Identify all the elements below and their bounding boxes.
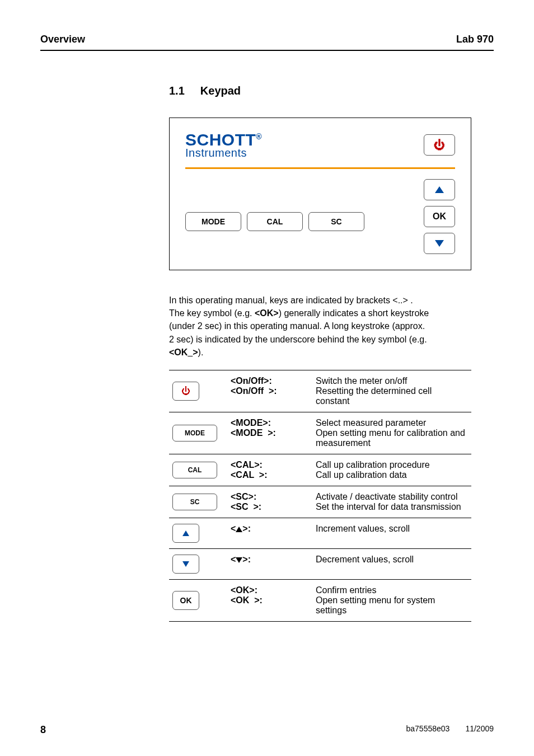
onoff-d2: Resetting the determined cell constant <box>316 386 432 406</box>
up-d: Increment values, scroll <box>316 524 410 533</box>
section-title: Keypad <box>200 84 241 97</box>
para-l5a: <OK <box>169 348 188 357</box>
mode-l1: <MODE> <box>231 418 268 428</box>
onoff-d1: Switch the meter on/off <box>316 376 407 386</box>
divider <box>185 167 455 169</box>
onoff-l2b: >: <box>269 386 277 396</box>
row-mode: MODE <MODE>: <MODE >: Select measured pa… <box>169 412 471 454</box>
cal-key-small[interactable]: CAL <box>172 462 217 478</box>
cal-d1: Call up calibration procedure <box>316 460 430 469</box>
sc-key[interactable]: SC <box>308 212 364 231</box>
row-up: <>: Increment values, scroll <box>169 518 471 548</box>
arrow-down-icon <box>236 557 242 563</box>
sc-l1: <SC> <box>231 492 254 501</box>
mode-l2b: > <box>268 428 273 438</box>
arrow-up-icon <box>236 527 242 532</box>
mode-d2: Open setting menu for calibration and <box>316 428 465 438</box>
para-l5b: > <box>193 348 198 357</box>
arrow-down-icon <box>182 561 189 567</box>
mode-key[interactable]: MODE <box>185 212 241 231</box>
para-l3: (under 2 sec) in this operating manual. … <box>169 321 425 331</box>
para-l2b: <OK> <box>255 308 279 318</box>
row-down: <>: Decrement values, scroll <box>169 548 471 579</box>
mode-d3: measurement <box>316 438 371 448</box>
keypad-panel: SCHOTT® Instruments ⏻ MODE CAL SC OK <box>169 118 471 270</box>
doc-date: 11/2009 <box>465 724 494 736</box>
mode-key-small[interactable]: MODE <box>172 425 217 442</box>
power-key-small[interactable]: ⏻ <box>172 382 199 401</box>
ok-l2b: > <box>254 595 259 605</box>
power-icon: ⏻ <box>434 139 445 151</box>
power-icon: ⏻ <box>181 386 190 396</box>
cal-l2a: <CAL <box>231 470 254 480</box>
function-table: ⏻ <On/Off>: <On/Off >: Switch the meter … <box>169 370 471 622</box>
page-number: 8 <box>40 724 46 736</box>
para-l5c: ). <box>198 348 204 357</box>
down-key-small[interactable] <box>172 555 199 574</box>
section-number: 1.1 <box>169 84 185 97</box>
down-key[interactable] <box>424 233 455 254</box>
para-l1: In this operating manual, keys are indic… <box>169 295 413 305</box>
up-key-small[interactable] <box>172 524 199 543</box>
ok-l2a: <OK <box>231 595 249 605</box>
arrow-down-icon <box>435 240 444 247</box>
row-onoff: ⏻ <On/Off>: <On/Off >: Switch the meter … <box>169 370 471 412</box>
arrow-up-icon <box>435 186 444 193</box>
down-d: Decrement values, scroll <box>316 555 414 564</box>
para-l2a: The key symbol (e.g. <box>169 308 255 318</box>
sc-l2b: > <box>253 502 258 511</box>
sc-l2a: <SC <box>231 502 249 511</box>
para-l4: 2 sec) is indicated by the underscore be… <box>169 335 427 344</box>
onoff-l2a: <On/Off <box>231 386 264 396</box>
brand-sub: Instruments <box>185 147 262 158</box>
sc-d2: Set the interval for data transmission <box>316 502 461 511</box>
header-left: Overview <box>40 34 85 45</box>
explanatory-text: In this operating manual, keys are indic… <box>169 294 471 359</box>
cal-l2b: > <box>259 470 264 480</box>
up-key[interactable] <box>424 179 455 200</box>
header-right: Lab 970 <box>456 34 494 45</box>
ok-l1: <OK> <box>231 585 255 595</box>
ok-d1: Confirm entries <box>316 585 376 595</box>
power-key[interactable]: ⏻ <box>424 134 455 156</box>
cal-d2: Call up calibration data <box>316 470 407 480</box>
ok-d2: Open setting menu for system settings <box>316 595 435 615</box>
brand: SCHOTT® Instruments <box>185 132 262 158</box>
mode-d1: Select measured parameter <box>316 418 426 428</box>
ok-key-small[interactable]: OK <box>172 591 199 610</box>
mode-l2a: <MODE <box>231 428 263 438</box>
sc-d1: Activate / deactivate stability control <box>316 492 457 501</box>
row-cal: CAL <CAL>: <CAL >: Call up calibration p… <box>169 454 471 486</box>
para-l2c: ) generally indicates a short keystroke <box>279 308 429 318</box>
registered-mark: ® <box>256 132 262 141</box>
onoff-l1: <On/Off>: <box>231 376 272 386</box>
arrow-up-icon <box>182 530 189 536</box>
row-ok: OK <OK>: <OK >: Confirm entries Open set… <box>169 579 471 621</box>
cal-l1: <CAL> <box>231 460 260 469</box>
doc-id: ba75558e03 <box>406 724 450 736</box>
row-sc: SC <SC>: <SC >: Activate / deactivate st… <box>169 486 471 518</box>
cal-key[interactable]: CAL <box>247 212 303 231</box>
ok-key[interactable]: OK <box>424 206 455 227</box>
sc-key-small[interactable]: SC <box>172 494 217 510</box>
